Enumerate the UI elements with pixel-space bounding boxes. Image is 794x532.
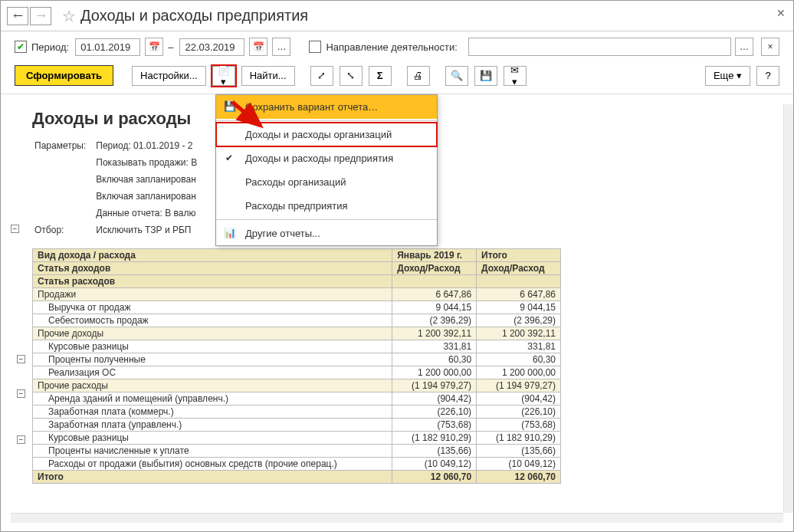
report-icon: 📊 <box>224 227 236 239</box>
report-variant-menu: 💾 Сохранить вариант отчета… Доходы и рас… <box>215 94 438 246</box>
email-button[interactable]: ✉▾ <box>504 66 527 86</box>
date-to-input[interactable]: 22.03.2019 <box>179 38 244 56</box>
period-checkbox[interactable]: ✔ <box>15 41 27 53</box>
page-title: Доходы и расходы предприятия <box>80 7 308 25</box>
menu-enterprise-income-expense[interactable]: ✔ Доходы и расходы предприятия <box>216 146 437 170</box>
date-from-input[interactable]: 01.01.2019 <box>75 38 140 56</box>
scrollbar-vertical[interactable] <box>783 104 793 513</box>
table-row: Аренда зданий и помещений (управленч.)(9… <box>33 392 561 406</box>
tree-toggle[interactable]: − <box>17 389 25 398</box>
table-row: Выручка от продаж9 044,159 044,15 <box>33 301 561 314</box>
direction-more-button[interactable]: … <box>735 38 753 56</box>
scrollbar-horizontal[interactable] <box>11 513 783 523</box>
close-button[interactable]: ✕ <box>776 7 786 19</box>
table-row: Прочие расходы(1 194 979,27)(1 194 979,2… <box>33 379 561 392</box>
help-button[interactable]: ? <box>756 66 779 86</box>
date-sep: – <box>168 41 173 53</box>
settings-button[interactable]: Настройки... <box>132 66 206 86</box>
form-button[interactable]: Сформировать <box>15 65 113 86</box>
table-row: Себестоимость продаж(2 396,29)(2 396,29) <box>33 314 561 327</box>
back-button[interactable]: 🡐 <box>7 7 28 25</box>
calendar-from-button[interactable]: 📅 <box>145 38 163 56</box>
period-label: Период: <box>31 41 69 53</box>
tree-toggle[interactable]: − <box>17 355 25 363</box>
check-icon: ✔ <box>225 153 233 163</box>
forward-button[interactable]: 🡒 <box>30 7 51 25</box>
direction-input[interactable] <box>468 38 731 56</box>
table-row: Проценты полученные60,3060,30 <box>33 353 561 366</box>
find-button[interactable]: Найти... <box>241 66 295 86</box>
table-row: Заработная плата (коммерч.)(226,10)(226,… <box>33 406 561 419</box>
table-row: Продажи6 647,866 647,86 <box>33 288 561 301</box>
report-grid: Вид дохода / расхода Январь 2019 г. Итог… <box>32 248 561 484</box>
direction-checkbox[interactable]: ✔ <box>309 41 321 53</box>
table-row: Заработная плата (управленч.)(753,68)(75… <box>33 419 561 432</box>
menu-save-variant[interactable]: 💾 Сохранить вариант отчета… <box>216 95 437 119</box>
tree-toggle[interactable]: − <box>17 435 25 444</box>
star-icon[interactable]: ☆ <box>62 7 76 25</box>
tree-toggle[interactable]: − <box>11 225 19 233</box>
menu-other-reports[interactable]: 📊 Другие отчеты... <box>216 222 437 245</box>
menu-org-income-expense[interactable]: Доходы и расходы организаций <box>216 123 437 146</box>
table-row: Курсовые разницы331,81331,81 <box>33 340 561 353</box>
sum-button[interactable]: Σ <box>369 66 392 86</box>
menu-org-expense[interactable]: Расходы организаций <box>216 170 437 194</box>
preview-button[interactable]: 🔍 <box>445 66 468 86</box>
table-row: Расходы от продажи (выбытия) основных ср… <box>33 458 561 471</box>
print-button[interactable]: 🖨 <box>407 66 430 86</box>
table-row: Курсовые разницы(1 182 910,29)(1 182 910… <box>33 432 561 445</box>
menu-enterprise-expense[interactable]: Расходы предприятия <box>216 194 437 218</box>
expand-icon[interactable]: ⤢ <box>310 66 333 86</box>
save-button[interactable]: 💾 <box>474 66 497 86</box>
report-params: Параметры:Период: 01.01.2019 - 2 Показыв… <box>32 136 206 239</box>
collapse-icon[interactable]: ⤡ <box>340 66 363 86</box>
report-variant-dropdown-button[interactable]: 📄▾ <box>212 66 235 86</box>
direction-label: Направление деятельности: <box>326 41 457 53</box>
period-more-button[interactable]: … <box>272 38 290 56</box>
save-icon: 💾 <box>224 100 236 113</box>
direction-clear-button[interactable]: × <box>761 38 779 56</box>
table-row: Проценты начисленные к уплате(135,66)(13… <box>33 445 561 458</box>
table-row: Прочие доходы1 200 392,111 200 392,11 <box>33 327 561 340</box>
calendar-to-button[interactable]: 📅 <box>249 38 267 56</box>
more-button[interactable]: Еще ▾ <box>705 66 750 86</box>
table-row: Реализация ОС1 200 000,001 200 000,00 <box>33 366 561 379</box>
